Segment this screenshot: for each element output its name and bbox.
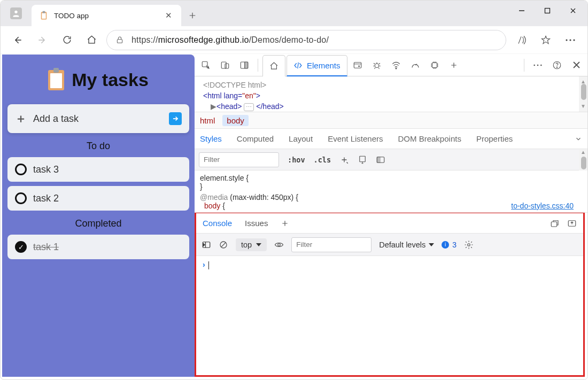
devtools-menu-icon[interactable] [529,56,547,74]
dom-html-open: <html lang="en"> [203,90,582,101]
browser-navbar: https://microsoftedge.github.io/Demos/de… [1,26,587,54]
log-levels-selector[interactable]: Default levels [379,241,434,249]
drawer-tabs: Console Issues [196,213,583,234]
svg-rect-17 [432,63,437,67]
read-aloud-icon[interactable] [512,30,531,50]
styles-filter-input[interactable] [199,152,279,167]
memory-icon[interactable] [425,56,444,74]
task-checkbox-checked-icon[interactable] [15,241,27,253]
flexbox-overlay-icon[interactable] [358,155,367,165]
nav-reload-button[interactable] [57,30,76,50]
drawer-tab-issues[interactable]: Issues [245,219,268,228]
browser-menu-button[interactable] [561,30,580,50]
window-maximize-button[interactable] [535,2,560,20]
task-checkbox-icon[interactable] [15,164,27,175]
drawer-dock-icon[interactable] [567,219,577,228]
sources-bug-icon[interactable] [368,56,386,74]
drawer-add-tab-icon[interactable] [281,219,289,228]
console-settings-gear-icon[interactable] [464,240,474,250]
subtab-event-listeners[interactable]: Event Listeners [328,134,383,143]
styles-rules[interactable]: element.style { } @media (max-width: 450… [195,170,587,213]
svg-rect-26 [551,222,557,227]
console-output[interactable]: › [196,256,583,375]
console-drawer: Console Issues top Default levels i3 [195,212,585,377]
svg-rect-3 [43,11,45,13]
devtools-elements-tab[interactable]: Elements [287,55,347,76]
subtab-styles[interactable]: Styles [200,134,222,143]
new-tab-button[interactable] [183,6,202,25]
dom-doctype: <!DOCTYPE html> [203,80,582,90]
svg-marker-31 [256,243,261,246]
add-task-label: Add a task [33,113,79,125]
svg-point-22 [556,67,557,67]
stylesheet-link[interactable]: to-do-styles.css:40 [511,201,574,210]
subtab-computed[interactable]: Computed [237,134,274,143]
console-toolbar: top Default levels i3 [196,234,583,256]
help-icon[interactable] [548,56,566,74]
plus-icon: ＋ [15,111,27,127]
new-style-rule-icon[interactable] [339,155,349,165]
dom-tree[interactable]: <!DOCTYPE html> <html lang="en"> ▶<head>… [195,76,587,112]
drawer-tab-console[interactable]: Console [203,219,232,228]
todo-app-pane: My tasks ＋ Add a task To do task 3 task … [2,55,195,377]
task-item-completed[interactable]: task 1 [7,235,189,259]
site-lock-icon[interactable] [115,36,124,44]
app-title: My tasks [7,69,189,90]
subtab-layout[interactable]: Layout [289,134,313,143]
hov-toggle[interactable]: :hov [288,156,305,164]
svg-point-20 [540,64,542,66]
task-item[interactable]: task 3 [7,157,189,182]
nav-home-button[interactable] [82,30,101,50]
profile-avatar[interactable] [10,7,22,19]
favorite-star-icon[interactable] [536,30,555,50]
device-toggle-icon[interactable] [216,56,234,74]
tab-close-icon[interactable]: ✕ [164,9,174,22]
performance-icon[interactable] [406,56,424,74]
nav-back-button[interactable] [8,30,27,50]
clear-console-icon[interactable] [219,240,228,250]
devtools-panel: Elements <!DOCTYPE html> <html lang="en"… [195,54,587,379]
add-task-input[interactable]: ＋ Add a task [7,104,189,133]
breadcrumb-item-selected[interactable]: body [222,115,249,126]
submit-arrow-icon[interactable] [169,112,182,125]
task-checkbox-icon[interactable] [15,192,27,204]
inspect-element-icon[interactable] [197,56,215,74]
subtab-properties[interactable]: Properties [476,134,513,143]
dom-breadcrumb[interactable]: html body [195,112,587,129]
svg-rect-10 [221,62,226,68]
tab-favicon-clipboard-icon [39,11,49,20]
breadcrumb-item[interactable]: html [200,116,215,125]
dock-side-icon[interactable] [235,56,253,74]
console-filter-input[interactable] [291,237,372,252]
svg-marker-29 [204,243,205,246]
devtools-home-tab[interactable] [262,55,285,76]
network-icon[interactable] [387,56,405,74]
console-sidebar-toggle-icon[interactable] [202,240,211,250]
window-close-button[interactable] [561,2,585,20]
svg-rect-2 [42,13,46,19]
tab-title: TODO app [54,12,89,20]
cls-toggle[interactable]: .cls [314,156,331,164]
dom-scrollbar[interactable]: ▲ ▼ [579,76,587,112]
application-icon[interactable] [349,56,367,74]
live-expression-icon[interactable] [274,240,284,250]
subtabs-expand-icon[interactable] [575,135,582,143]
svg-rect-23 [360,156,366,162]
toggle-computed-icon[interactable] [376,155,385,165]
more-tabs-plus-icon[interactable] [445,56,463,74]
window-minimize-button[interactable] [509,2,534,20]
issues-counter[interactable]: i3 [442,241,457,249]
svg-rect-14 [354,62,361,68]
clipboard-icon [48,70,64,90]
address-bar[interactable]: https://microsoftedge.github.io/Demos/de… [106,30,506,50]
drawer-expand-icon[interactable] [550,219,560,228]
devtools-close-icon[interactable] [567,56,585,74]
svg-point-8 [573,39,575,41]
subtab-dom-breakpoints[interactable]: DOM Breakpoints [398,134,461,143]
dom-head[interactable]: ▶<head> ⋯ </head> [203,101,582,112]
task-item[interactable]: task 2 [7,186,189,211]
browser-tab-active[interactable]: TODO app ✕ [32,5,181,26]
svg-rect-11 [225,64,229,68]
task-label: task 3 [33,164,59,175]
context-selector[interactable]: top [236,238,267,251]
